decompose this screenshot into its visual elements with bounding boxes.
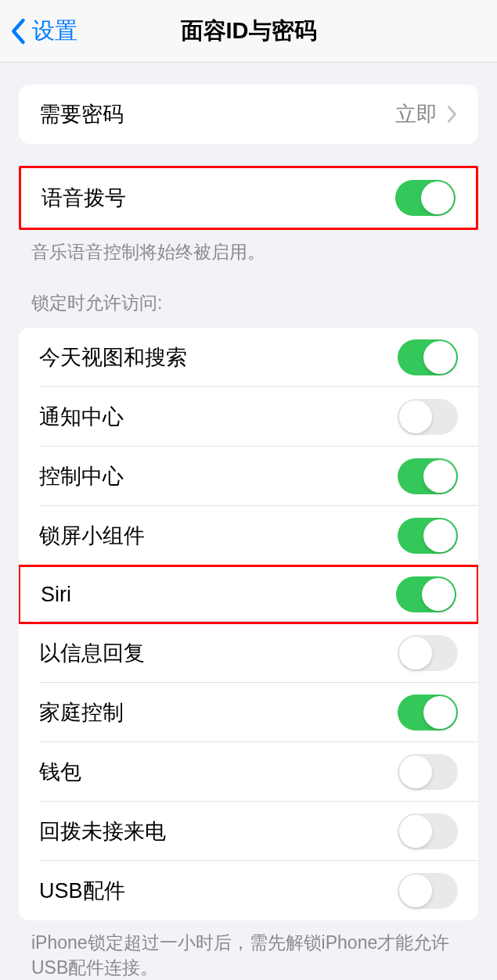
locked-access-label: Siri [41,583,71,607]
locked-access-label: 以信息回复 [39,639,145,667]
locked-access-row[interactable]: 以信息回复 [19,623,478,683]
locked-access-label: 控制中心 [39,462,124,490]
locked-access-row[interactable]: USB配件 [19,861,478,921]
locked-access-toggle[interactable] [398,518,458,554]
locked-access-label: 家庭控制 [39,698,124,727]
page-title: 面容ID与密码 [181,16,317,47]
locked-access-toggle[interactable] [398,458,458,494]
locked-access-toggle[interactable] [398,813,458,849]
require-passcode-row[interactable]: 需要密码 立即 [19,84,478,144]
voice-dial-footer: 音乐语音控制将始终被启用。 [0,230,497,264]
nav-bar: 设置 面容ID与密码 [0,0,497,63]
locked-access-label: 回拨未接来电 [39,817,166,845]
locked-access-row[interactable]: 钱包 [19,742,478,802]
voice-dial-group: 语音拨号 [19,166,478,230]
voice-dial-row[interactable]: 语音拨号 [21,168,476,228]
locked-access-label: 钱包 [39,758,81,786]
back-button[interactable]: 设置 [9,16,77,47]
back-label: 设置 [32,16,77,47]
locked-access-row[interactable]: 家庭控制 [19,683,478,742]
locked-access-toggle[interactable] [398,339,458,375]
locked-access-row[interactable]: 回拨未接来电 [19,802,478,861]
require-passcode-label: 需要密码 [39,100,124,128]
locked-access-toggle[interactable] [396,576,456,612]
locked-access-row[interactable]: Siri [19,565,478,624]
locked-access-footer: iPhone锁定超过一小时后，需先解锁iPhone才能允许USB配件连接。 [0,921,497,980]
chevron-right-icon [447,105,458,124]
chevron-left-icon [9,17,26,45]
locked-access-label: USB配件 [39,877,125,905]
locked-access-label: 锁屏小组件 [39,522,145,550]
locked-access-row[interactable]: 今天视图和搜索 [19,328,478,387]
voice-dial-toggle[interactable] [395,180,456,216]
locked-access-group: 今天视图和搜索通知中心控制中心锁屏小组件Siri以信息回复家庭控制钱包回拨未接来… [19,328,478,921]
locked-access-toggle[interactable] [398,635,458,671]
locked-access-toggle[interactable] [398,754,458,790]
locked-access-row[interactable]: 通知中心 [19,387,478,447]
locked-access-toggle[interactable] [398,399,458,435]
locked-access-label: 通知中心 [39,403,124,431]
locked-access-toggle[interactable] [398,873,458,909]
locked-access-label: 今天视图和搜索 [39,343,187,372]
locked-access-row[interactable]: 控制中心 [19,447,478,506]
locked-access-row[interactable]: 锁屏小组件 [19,506,478,565]
voice-dial-label: 语音拨号 [41,184,126,212]
require-passcode-value: 立即 [395,100,438,128]
locked-access-toggle[interactable] [398,695,458,731]
locked-access-header: 锁定时允许访问: [0,264,497,323]
require-passcode-group: 需要密码 立即 [19,84,478,144]
